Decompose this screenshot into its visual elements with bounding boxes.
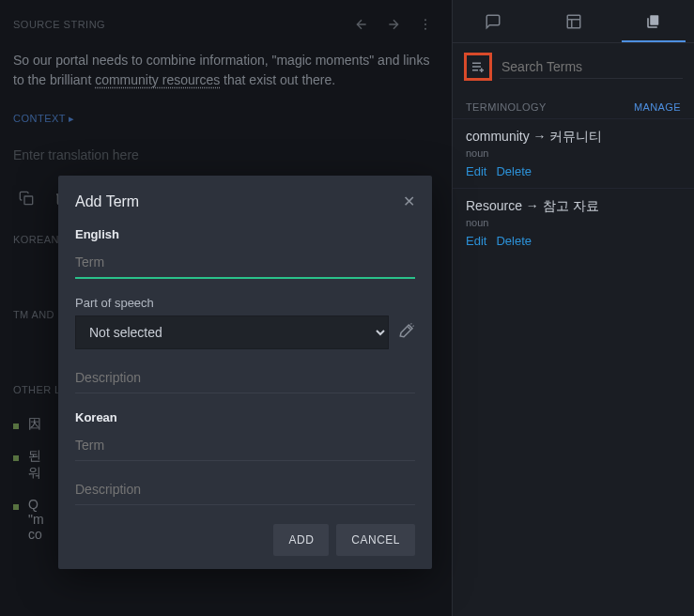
- sidebar: TERMINOLOGY MANAGE community → 커뮤니티 noun…: [452, 0, 694, 616]
- term-text: community → 커뮤니티: [466, 129, 681, 146]
- korean-term-input[interactable]: [75, 434, 415, 461]
- tab-reference[interactable]: [533, 0, 614, 42]
- term-entry: Resource → 참고 자료 noun Edit Delete: [453, 188, 694, 257]
- pos-select[interactable]: Not selected: [75, 316, 389, 349]
- add-term-icon[interactable]: [464, 53, 492, 81]
- korean-desc-input[interactable]: [75, 478, 415, 505]
- english-desc-input[interactable]: [75, 366, 415, 393]
- svg-rect-4: [567, 15, 580, 28]
- tab-comments[interactable]: [453, 0, 533, 42]
- wand-icon[interactable]: [398, 322, 415, 343]
- svg-rect-7: [650, 15, 658, 25]
- delete-link[interactable]: Delete: [496, 164, 532, 178]
- add-button[interactable]: ADD: [273, 524, 329, 556]
- tab-terminology[interactable]: [613, 0, 694, 42]
- modal-title: Add Term: [75, 193, 139, 210]
- term-pos: noun: [466, 147, 681, 159]
- terminology-label: TERMINOLOGY: [466, 101, 547, 113]
- delete-link[interactable]: Delete: [496, 234, 532, 248]
- korean-label: Korean: [75, 410, 415, 424]
- close-icon[interactable]: ✕: [403, 192, 415, 210]
- manage-link[interactable]: MANAGE: [634, 101, 681, 113]
- cancel-button[interactable]: CANCEL: [336, 524, 415, 556]
- pos-label: Part of speech: [75, 296, 415, 310]
- english-term-input[interactable]: [75, 251, 415, 279]
- term-pos: noun: [466, 217, 681, 228]
- search-input[interactable]: [500, 55, 683, 79]
- edit-link[interactable]: Edit: [466, 164, 486, 178]
- term-text: Resource → 참고 자료: [466, 198, 681, 215]
- english-label: English: [75, 227, 415, 241]
- add-term-modal: Add Term ✕ English Part of speech Not se…: [58, 176, 432, 569]
- term-entry: community → 커뮤니티 noun Edit Delete: [453, 118, 694, 188]
- edit-link[interactable]: Edit: [466, 234, 486, 248]
